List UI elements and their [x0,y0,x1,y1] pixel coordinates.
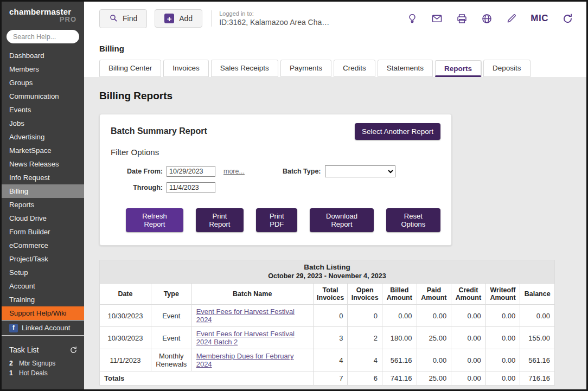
logged-in-info: Logged in to: ID:3162, Kalamazoo Area Ch… [211,10,329,27]
batch-name-link[interactable]: Membership Dues for February 2024 [196,352,294,368]
cell-open-invoices: 4 [348,349,382,371]
col-balance: Balance [520,284,555,305]
sidebar-item-members[interactable]: Members [2,62,84,76]
topbar-icons: MIC [407,13,573,24]
download-report-button[interactable]: Download Report [310,208,373,232]
sidebar-item-cloud-drive[interactable]: Cloud Drive [2,211,84,225]
cell-total-invoices: 0 [313,305,348,327]
tab-deposits[interactable]: Deposits [483,60,531,77]
date-from-input[interactable] [167,166,215,177]
sidebar-item-project-task[interactable]: Project/Task [2,252,84,266]
tab-invoices[interactable]: Invoices [163,60,209,77]
sidebar-item-ecommerce[interactable]: eCommerce [2,239,84,252]
sidebar: chambermaster PRO Dashboard Members Grou… [2,2,84,389]
date-from-label: Date From: [111,168,163,175]
sidebar-item-marketspace[interactable]: MarketSpace [2,144,84,157]
lightbulb-icon[interactable] [407,13,418,24]
help-search-input[interactable] [7,30,79,43]
reset-options-button[interactable]: Reset Options [386,208,440,232]
sidebar-item-billing[interactable]: Billing [2,184,84,198]
mic-label[interactable]: MIC [531,13,548,24]
cell-writeoff: 0.00 [485,327,520,349]
cell-billed: 0.00 [382,305,417,327]
report-title: Batch Summary Report [111,123,207,136]
logged-in-label: Logged in to: [219,10,329,17]
cell-batch-name: Event Fees for Harvest Festival 2024 [191,305,313,327]
sidebar-item-info-request[interactable]: Info Request [2,171,84,184]
sidebar-item-events[interactable]: Events [2,103,84,117]
sidebar-item-form-builder[interactable]: Form Builder [2,225,84,239]
cell-open-invoices: 2 [348,327,382,349]
mail-icon[interactable] [431,13,443,24]
task-list: Task List 2 Mbr Signups 1 Hot Deals [2,343,84,378]
tab-statements[interactable]: Statements [378,60,433,77]
linked-account-label: Linked Account [22,320,70,336]
task-list-refresh-icon[interactable] [69,346,78,354]
pencil-icon[interactable] [506,13,517,24]
tab-sales-receipts[interactable]: Sales Receipts [211,60,278,77]
print-report-button[interactable]: Print Report [196,208,244,232]
globe-icon[interactable] [481,13,493,24]
refresh-icon[interactable] [562,13,573,24]
sidebar-item-jobs[interactable]: Jobs [2,117,84,130]
content-area: Billing Reports Batch Summary Report Sel… [84,77,586,389]
sidebar-item-advertising[interactable]: Advertising [2,130,84,144]
topbar: Find + Add Logged in to: ID:3162, Kalama… [84,2,586,35]
batch-name-link[interactable]: Event Fees for Harvest Festival 2024 [196,307,295,324]
cell-credit: 0.00 [451,305,486,327]
col-credit-amount: Credit Amount [451,284,486,305]
totals-writeoff: 0.00 [485,371,520,386]
tab-billing-center[interactable]: Billing Center [99,60,161,77]
totals-billed: 741.16 [382,371,417,386]
sidebar-item-news-releases[interactable]: News Releases [2,157,84,171]
batch-type-select[interactable] [325,165,395,177]
cell-total-invoices: 3 [313,327,348,349]
select-another-report-button[interactable]: Select Another Report [355,123,440,140]
more-link[interactable]: more... [223,168,245,175]
sidebar-item-dashboard[interactable]: Dashboard [2,49,84,62]
add-label: Add [179,14,193,23]
col-type: Type [151,284,191,305]
help-search-wrap [2,25,84,49]
col-writeoff-amount: Writeoff Amount [485,284,520,305]
batch-name-link[interactable]: Event Fees for Harvest Festival 2024 Bat… [196,330,295,346]
task-item-mbr-signups[interactable]: 2 Mbr Signups [2,358,84,368]
cell-type: Monthly Renewals [151,349,191,371]
section-title: Billing Reports [99,90,571,102]
cell-batch-name: Membership Dues for February 2024 [191,349,313,371]
find-button[interactable]: Find [99,9,147,28]
cell-credit: 0.00 [451,349,486,371]
sidebar-item-support-help-wiki[interactable]: Support Help/Wiki [2,306,84,320]
sidebar-item-setup[interactable]: Setup [2,266,84,279]
cell-batch-name: Event Fees for Harvest Festival 2024 Bat… [191,327,313,349]
batch-listing-section: Batch Listing October 29, 2023 - Novembe… [99,260,571,386]
tab-credits[interactable]: Credits [334,60,375,77]
sidebar-item-communication[interactable]: Communication [2,89,84,103]
sidebar-item-training[interactable]: Training [2,293,84,306]
totals-total-invoices: 7 [313,371,348,386]
through-input[interactable] [167,182,215,193]
cell-balance: 155.00 [520,327,555,349]
table-title-block: Batch Listing October 29, 2023 - Novembe… [100,260,555,284]
cell-balance: 561.16 [520,349,555,371]
sidebar-item-reports[interactable]: Reports [2,198,84,211]
printer-icon[interactable] [456,13,468,24]
print-pdf-button[interactable]: Print PDF [256,208,297,232]
task-label: Mbr Signups [19,360,55,367]
tab-reports[interactable]: Reports [435,60,481,77]
add-button[interactable]: + Add [155,9,202,28]
sidebar-item-linked-account[interactable]: f Linked Account [2,320,84,336]
totals-paid: 25.00 [417,371,451,386]
col-open-invoices: Open Invoices [348,284,382,305]
sidebar-item-groups[interactable]: Groups [2,76,84,89]
col-total-invoices: Total Invoices [313,284,348,305]
cell-credit: 0.00 [451,327,486,349]
sidebar-item-account[interactable]: Account [2,279,84,293]
refresh-report-button[interactable]: Refresh Report [126,208,183,232]
cell-billed: 180.00 [382,327,417,349]
tab-payments[interactable]: Payments [280,60,331,77]
task-item-hot-deals[interactable]: 1 Hot Deals [2,368,84,378]
cell-balance: 0.00 [520,305,555,327]
cell-writeoff: 0.00 [485,305,520,327]
totals-credit: 0.00 [451,371,486,386]
